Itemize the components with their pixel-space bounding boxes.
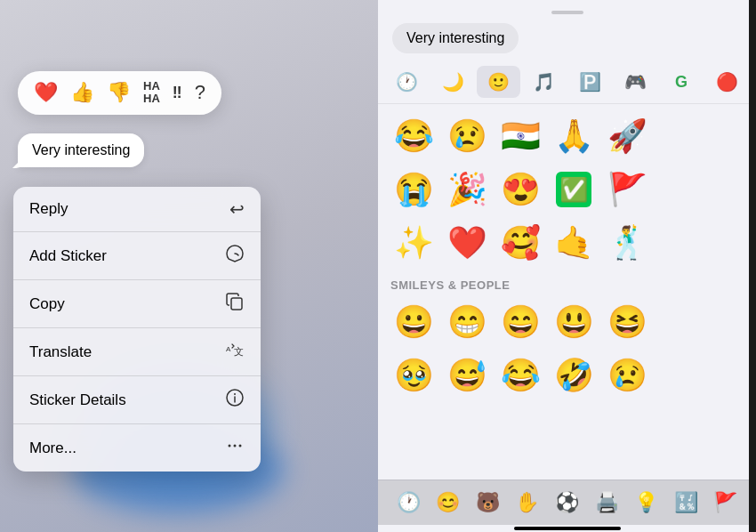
tab-smiley[interactable]: 🙂: [477, 66, 520, 98]
menu-label-translate: Translate: [29, 343, 92, 361]
emoji-heart[interactable]: ❤️: [442, 218, 492, 268]
emoji-happy[interactable]: 😃: [549, 297, 599, 347]
emoji-beaming[interactable]: 😁: [442, 297, 492, 347]
tab-extra[interactable]: 🔴: [705, 66, 749, 98]
emoji-dancer[interactable]: 🕺: [602, 218, 652, 268]
emoji-heart-eyes[interactable]: 😍: [495, 165, 545, 214]
emoji-flag-red[interactable]: 🚩: [602, 165, 652, 214]
clock-icon: 🕐: [396, 71, 418, 93]
emoji-rocket[interactable]: 🚀: [602, 111, 652, 161]
kb-symbols-icon[interactable]: 💡: [631, 488, 662, 518]
emoji-smiling-face[interactable]: 🥰: [495, 218, 545, 268]
emoji-sobbing[interactable]: 😭: [389, 165, 438, 214]
tab-moon[interactable]: 🌙: [430, 66, 474, 98]
kb-flag-icon[interactable]: 🚩: [710, 488, 741, 518]
message-text: Very interesting: [32, 142, 130, 157]
tab-g[interactable]: G: [659, 68, 703, 97]
kb-sports-icon[interactable]: ⚽: [551, 488, 583, 518]
emoji-holding-back-tears[interactable]: 🥹: [389, 351, 438, 400]
emoji-rofl[interactable]: 🤣: [549, 351, 599, 400]
reaction-heart[interactable]: ❤️: [34, 81, 58, 104]
emoji-laugh-squint[interactable]: 😆: [602, 297, 652, 347]
svg-rect-0: [231, 298, 242, 310]
tab-recent[interactable]: 🕐: [385, 66, 429, 98]
emoji-cry[interactable]: 😢: [602, 351, 652, 400]
emoji-grinning[interactable]: 😀: [389, 297, 438, 347]
smiley-icon: 🙂: [487, 71, 510, 93]
menu-label-details: Sticker Details: [29, 391, 126, 409]
kb-special-icon[interactable]: 🔣: [671, 488, 702, 518]
top-bubble: Very interesting: [392, 23, 519, 53]
moon-icon: 🌙: [442, 71, 464, 93]
kb-hand-icon[interactable]: ✋: [511, 488, 543, 518]
smileys-row-2: 🥹 😅 😂 🤣 😢: [389, 351, 745, 400]
g-icon: G: [675, 73, 688, 92]
emoji-row-1: 😂 😢 🇮🇳 🙏 🚀: [389, 111, 745, 161]
emoji-tabs: 🕐 🌙 🙂 🎵 🅿️ 🎮 G 🔴: [378, 60, 756, 104]
menu-item-reply[interactable]: Reply ↩: [13, 187, 261, 232]
reaction-thumbsup[interactable]: 👍: [70, 81, 94, 104]
svg-point-8: [239, 445, 242, 447]
reaction-question[interactable]: ?: [195, 81, 205, 104]
emoji-joy[interactable]: 😂: [495, 351, 545, 400]
emoji-party[interactable]: 🎉: [442, 165, 492, 214]
top-message-area: Very interesting: [378, 0, 756, 60]
svg-point-7: [234, 445, 237, 447]
emoji-flag-india[interactable]: 🇮🇳: [495, 111, 545, 161]
kb-animal-icon[interactable]: 🐻: [472, 488, 503, 518]
svg-text:文: 文: [234, 346, 244, 357]
emoji-laughing[interactable]: 😂: [389, 111, 438, 161]
right-edge: [749, 0, 756, 532]
p-icon: 🅿️: [579, 71, 601, 93]
kb-objects-icon[interactable]: 🖨️: [591, 488, 623, 518]
emoji-content: 😂 😢 🇮🇳 🙏 🚀 😭 🎉 😍 ✅ 🚩 ✨ ❤️ 🥰 🤙 🕺 SMILEYS …: [378, 104, 756, 480]
emoji-row-2: 😭 🎉 😍 ✅ 🚩: [389, 165, 745, 214]
reaction-bar: ❤️ 👍 👎 HAHA ‼ ?: [18, 71, 221, 115]
tab-music[interactable]: 🎵: [522, 66, 566, 98]
emoji-crying[interactable]: 😢: [442, 111, 492, 161]
more-icon: [225, 436, 245, 460]
drag-handle: [551, 11, 583, 14]
emoji-row-3: ✨ ❤️ 🥰 🤙 🕺: [389, 218, 745, 268]
kb-clock-icon[interactable]: 🕐: [393, 488, 424, 518]
menu-label-reply: Reply: [29, 200, 68, 218]
left-panel: ❤️ 👍 👎 HAHA ‼ ? Very interesting Reply ↩…: [0, 0, 378, 532]
kb-smiley-icon[interactable]: 😊: [432, 488, 463, 518]
music-icon: 🎵: [533, 71, 555, 93]
copy-icon: [225, 292, 245, 316]
emoji-checkmark[interactable]: ✅: [549, 165, 599, 214]
tab-p[interactable]: 🅿️: [568, 66, 612, 98]
game-icon: 🎮: [624, 71, 647, 93]
emoji-sparkles[interactable]: ✨: [389, 218, 438, 268]
menu-item-more[interactable]: More...: [13, 424, 261, 472]
top-bubble-text: Very interesting: [406, 30, 504, 45]
menu-label-more: More...: [29, 439, 76, 457]
emoji-hand-sign[interactable]: 🤙: [549, 218, 599, 268]
emoji-grin[interactable]: 😄: [495, 297, 545, 347]
menu-item-translate[interactable]: Translate A 文: [13, 328, 261, 376]
tab-game[interactable]: 🎮: [614, 66, 657, 98]
reaction-haha[interactable]: HAHA: [143, 80, 160, 106]
emoji-pray[interactable]: 🙏: [549, 111, 599, 161]
menu-item-copy[interactable]: Copy: [13, 280, 261, 328]
home-indicator: [378, 525, 756, 532]
menu-item-sticker[interactable]: Add Sticker: [13, 232, 261, 280]
emoji-sweat-smile[interactable]: 😅: [442, 351, 492, 400]
menu-label-sticker: Add Sticker: [29, 247, 107, 265]
message-bubble: Very interesting: [18, 133, 144, 167]
svg-text:A: A: [226, 345, 231, 353]
menu-label-copy: Copy: [29, 295, 65, 313]
svg-point-6: [229, 445, 231, 447]
reaction-exclaim[interactable]: ‼: [173, 84, 182, 102]
sticker-icon: [225, 244, 245, 268]
extra-icon: 🔴: [716, 71, 738, 93]
emoji-keyboard-bar: 🕐 😊 🐻 ✋ ⚽ 🖨️ 💡 🔣 🚩: [378, 480, 756, 525]
menu-item-details[interactable]: Sticker Details: [13, 376, 261, 424]
reaction-thumbsdown[interactable]: 👎: [107, 81, 131, 104]
info-icon: [225, 388, 245, 412]
right-panel: Very interesting 🕐 🌙 🙂 🎵 🅿️ 🎮 G 🔴: [378, 0, 756, 532]
svg-point-5: [234, 393, 236, 395]
translate-icon: A 文: [225, 340, 245, 364]
smileys-row-1: 😀 😁 😄 😃 😆: [389, 297, 745, 347]
section-label-smileys: SMILEYS & PEOPLE: [389, 271, 745, 297]
